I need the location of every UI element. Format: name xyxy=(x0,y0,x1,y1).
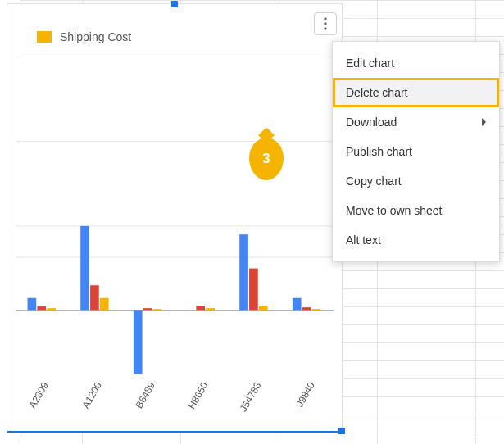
x-tick-label: A2309 xyxy=(26,380,50,410)
submenu-caret-icon xyxy=(482,118,486,126)
svg-rect-11 xyxy=(134,310,143,374)
menu-item-label: Move to own sheet xyxy=(346,204,443,217)
chart-legend: Shipping Cost xyxy=(37,30,131,43)
svg-rect-10 xyxy=(100,298,109,311)
svg-rect-16 xyxy=(206,308,215,310)
svg-rect-12 xyxy=(143,308,152,310)
svg-rect-7 xyxy=(47,308,56,310)
step-callout: 3 xyxy=(249,138,284,180)
svg-rect-18 xyxy=(249,269,258,311)
menu-item-label: Publish chart xyxy=(346,145,412,158)
legend-swatch xyxy=(37,31,52,43)
svg-rect-9 xyxy=(90,285,99,310)
svg-rect-22 xyxy=(312,309,321,310)
menu-item-label: Alt text xyxy=(346,233,381,247)
step-number: 3 xyxy=(262,151,270,167)
menu-item-label: Delete chart xyxy=(346,86,407,99)
x-tick-label: B6489 xyxy=(133,380,157,410)
svg-point-25 xyxy=(324,27,326,29)
menu-item-label: Download xyxy=(346,116,397,129)
x-tick-label: J9840 xyxy=(293,380,316,409)
x-tick-label: A1200 xyxy=(79,380,103,410)
svg-rect-21 xyxy=(302,307,311,310)
menu-item-copy-chart[interactable]: Copy chart xyxy=(333,166,499,196)
x-tick-label: H8650 xyxy=(186,380,211,411)
svg-point-24 xyxy=(324,22,326,25)
svg-rect-6 xyxy=(37,306,46,310)
menu-item-alt-text[interactable]: Alt text xyxy=(333,225,499,255)
legend-label: Shipping Cost xyxy=(60,30,131,43)
resize-handle-top[interactable] xyxy=(171,1,178,7)
embedded-chart[interactable]: Shipping Cost A2309A1200B6489H8650J54783… xyxy=(7,3,343,433)
x-tick-label: J54783 xyxy=(238,380,264,414)
svg-rect-5 xyxy=(28,298,37,311)
chart-context-menu: Edit chartDelete chartDownloadPublish ch… xyxy=(332,41,500,262)
svg-rect-13 xyxy=(153,309,162,310)
plot-area xyxy=(16,57,334,378)
menu-item-label: Copy chart xyxy=(346,174,402,188)
menu-item-publish-chart[interactable]: Publish chart xyxy=(333,137,499,166)
svg-rect-19 xyxy=(259,306,268,310)
svg-rect-17 xyxy=(239,234,248,310)
menu-item-label: Edit chart xyxy=(346,57,394,70)
bar-chart xyxy=(16,57,334,378)
svg-point-23 xyxy=(324,17,326,20)
menu-item-download[interactable]: Download xyxy=(333,107,499,137)
svg-rect-15 xyxy=(196,306,205,310)
vertical-dots-icon xyxy=(320,16,331,31)
menu-item-edit-chart[interactable]: Edit chart xyxy=(333,48,499,78)
menu-item-move-to-own-sheet[interactable]: Move to own sheet xyxy=(333,196,499,225)
x-axis-labels: A2309A1200B6489H8650J54783J9840 xyxy=(16,380,334,421)
chart-options-button[interactable] xyxy=(314,12,337,35)
svg-rect-8 xyxy=(80,226,89,310)
svg-rect-20 xyxy=(293,298,302,311)
resize-handle-bottom-right[interactable] xyxy=(338,428,345,434)
menu-item-delete-chart[interactable]: Delete chart xyxy=(333,78,499,107)
